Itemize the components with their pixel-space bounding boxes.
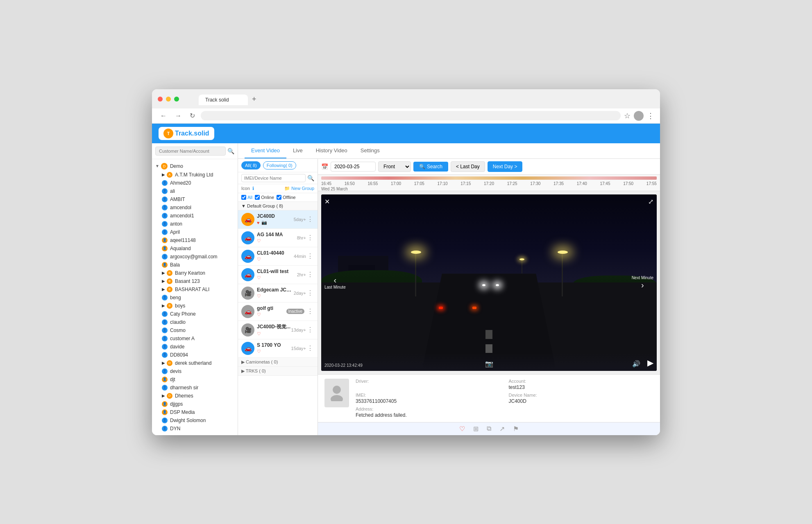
tab-live[interactable]: Live bbox=[286, 143, 309, 158]
sidebar-item-ahmed20[interactable]: 👤 Ahmed20 bbox=[152, 179, 238, 187]
sidebar-item-derek[interactable]: ▶ D derek sutherland bbox=[152, 359, 238, 367]
sidebar-item-anton[interactable]: 👤 anton bbox=[152, 220, 238, 228]
sidebar-item-dwight[interactable]: 👤 Dwight Solomon bbox=[152, 416, 238, 425]
sidebar-item-aqualand[interactable]: 👤 Aqualand bbox=[152, 244, 238, 253]
sidebar-item-dsp[interactable]: 👤 DSP Media bbox=[152, 408, 238, 416]
sidebar-item-cosmo[interactable]: 👤 Cosmo bbox=[152, 326, 238, 334]
sidebar-item-basant[interactable]: ▶ B Basant 123 bbox=[152, 277, 238, 285]
list-item[interactable]: 🎥 Edgecam JC100 ♡ 2day+ ⋮ bbox=[238, 284, 318, 303]
customer-search-button[interactable]: 🔍 bbox=[227, 148, 234, 154]
sidebar-item-djt[interactable]: 👤 djt bbox=[152, 375, 238, 384]
list-item[interactable]: 🚗 CL01-40440 ♡ 44min ⋮ bbox=[238, 247, 318, 266]
sidebar-item-bala[interactable]: 👤 Bala bbox=[152, 261, 238, 269]
sidebar-item-atm[interactable]: ▶ A A.T.M Truking Ltd bbox=[152, 171, 238, 179]
sidebar-item-aqeel[interactable]: 👤 aqeel11148 bbox=[152, 236, 238, 244]
tab-history-video[interactable]: History Video bbox=[309, 143, 354, 158]
sidebar-item-ali[interactable]: 👤 ali bbox=[152, 187, 238, 195]
forward-button[interactable]: → bbox=[172, 111, 184, 120]
user-avatar[interactable] bbox=[634, 111, 644, 121]
more-button[interactable]: ⋮ bbox=[306, 234, 314, 242]
favorite-icon[interactable]: ♡ bbox=[459, 425, 465, 433]
new-group-button[interactable]: 📁 New Group bbox=[284, 186, 314, 191]
more-button[interactable]: ⋮ bbox=[306, 289, 314, 297]
device-search-button[interactable]: 🔍 bbox=[307, 175, 314, 181]
sidebar-item-dyn[interactable]: 👤 DYN bbox=[152, 425, 238, 433]
sidebar-item-barry[interactable]: ▶ B Barry Kearton bbox=[152, 269, 238, 277]
sidebar-item-basharat[interactable]: ▶ B BASHARAT ALI bbox=[152, 285, 238, 294]
tree-group-header-demo[interactable]: ▼ D Demo bbox=[152, 162, 238, 171]
device-group-trks[interactable]: ▶ TRKS ( 0) bbox=[238, 367, 318, 376]
list-item[interactable]: 🚗 golf gti ♡ Inactive ⋮ bbox=[238, 303, 318, 321]
online-checkbox[interactable] bbox=[255, 195, 260, 200]
sidebar-item-amcendol[interactable]: 👤 amcendol bbox=[152, 203, 238, 212]
more-button[interactable]: ⋮ bbox=[306, 326, 314, 334]
sidebar-item-boys[interactable]: ▶ B boys bbox=[152, 302, 238, 310]
sidebar-item-customer-a[interactable]: 👤 customer A bbox=[152, 334, 238, 343]
sidebar-item-amcendol1[interactable]: 👤 amcendol1 bbox=[152, 212, 238, 220]
sidebar-item-davide[interactable]: 👤 davide bbox=[152, 343, 238, 351]
more-button[interactable]: ⋮ bbox=[306, 252, 314, 260]
more-button[interactable]: ⋮ bbox=[306, 215, 314, 223]
new-tab-button[interactable]: + bbox=[249, 93, 260, 105]
last-day-button[interactable]: < Last Day bbox=[451, 161, 485, 172]
sidebar-item-caty[interactable]: 👤 Caty Phone bbox=[152, 310, 238, 318]
all-checkbox[interactable] bbox=[241, 195, 246, 200]
next-day-button[interactable]: Next Day > bbox=[488, 161, 523, 172]
sidebar-item-dharmesh[interactable]: 👤 dharmesh sir bbox=[152, 384, 238, 392]
more-button[interactable]: ⋮ bbox=[306, 344, 314, 352]
all-checkbox-label[interactable]: All bbox=[241, 195, 252, 200]
copy-icon[interactable]: ⧉ bbox=[487, 425, 491, 433]
sidebar-item-argox[interactable]: 👤 argoxcoy@gmail.com bbox=[152, 253, 238, 261]
list-item[interactable]: 🚗 CL01-will test ♡ 2hr+ ⋮ bbox=[238, 266, 318, 284]
flag-icon[interactable]: ⚑ bbox=[513, 425, 519, 433]
menu-button[interactable]: ⋮ bbox=[647, 111, 654, 120]
list-item[interactable]: 🚗 S 1700 YO ♡ 15day+ ⋮ bbox=[238, 339, 318, 358]
sidebar-item-dd8094[interactable]: 👤 DD8094 bbox=[152, 351, 238, 359]
sidebar-item-claudio[interactable]: 👤 claudio bbox=[152, 318, 238, 326]
online-checkbox-label[interactable]: Online bbox=[255, 195, 274, 200]
browser-tab[interactable]: Track solid bbox=[199, 95, 248, 105]
back-button[interactable]: ← bbox=[158, 111, 169, 120]
sidebar-item-ambit[interactable]: 👤 AMBIT bbox=[152, 195, 238, 203]
filter-following-button[interactable]: Following( 0) bbox=[263, 161, 296, 169]
prev-minute-button[interactable]: ‹ Last Minute bbox=[324, 276, 346, 290]
icon-info[interactable]: ℹ bbox=[252, 186, 254, 191]
offline-checkbox-label[interactable]: Offline bbox=[277, 195, 296, 200]
volume-button[interactable]: 🔊 bbox=[632, 360, 640, 368]
video-screenshot-icon[interactable]: 📷 bbox=[485, 360, 493, 368]
list-item[interactable]: 🚗 JC400D ♥ 📷 5day+ ⋮ bbox=[238, 210, 318, 229]
customer-search-input[interactable] bbox=[155, 147, 226, 156]
star-button[interactable]: ☆ bbox=[624, 111, 631, 120]
filter-all-button[interactable]: All( 8) bbox=[241, 161, 261, 169]
sidebar-item-devis[interactable]: 👤 devis bbox=[152, 367, 238, 375]
search-button[interactable]: 🔍 Search bbox=[413, 162, 448, 172]
share-icon[interactable]: ↗ bbox=[499, 425, 505, 433]
sidebar-item-april[interactable]: 👤 April bbox=[152, 228, 238, 236]
expand-button[interactable]: ⤢ bbox=[648, 198, 653, 206]
list-item[interactable]: 🚗 AG 144 MA ♡ 8hr+ ⋮ bbox=[238, 229, 318, 247]
sidebar-item-djjgps[interactable]: 👤 djjgps bbox=[152, 400, 238, 408]
date-input[interactable] bbox=[331, 162, 376, 172]
address-input[interactable] bbox=[201, 111, 621, 120]
more-button[interactable]: ⋮ bbox=[306, 271, 314, 278]
sidebar-item-dhemes[interactable]: ▶ D Dhemes bbox=[152, 392, 238, 400]
minimize-traffic-light[interactable] bbox=[166, 97, 171, 102]
close-button[interactable]: ✕ bbox=[324, 198, 330, 206]
more-button[interactable]: ⋮ bbox=[306, 307, 314, 315]
next-minute-button[interactable]: Next Minute › bbox=[632, 276, 653, 290]
play-button[interactable]: ▶ bbox=[647, 358, 653, 368]
grid-icon[interactable]: ⊞ bbox=[473, 425, 479, 433]
list-item[interactable]: 🎥 JC400D-视觉... ♡ 13day+ ⋮ bbox=[238, 321, 318, 339]
device-group-header-default[interactable]: ▼ Default Group ( 8) bbox=[238, 202, 318, 210]
maximize-traffic-light[interactable] bbox=[174, 97, 179, 102]
tab-event-video[interactable]: Event Video bbox=[245, 143, 286, 158]
timeline-scroll[interactable]: 16:45 16:50 16:55 17:00 17:05 17:10 17:1… bbox=[318, 175, 660, 191]
device-group-camionetas[interactable]: ▶ Camionetas ( 0) bbox=[238, 358, 318, 367]
refresh-button[interactable]: ↻ bbox=[187, 111, 197, 120]
tab-settings[interactable]: Settings bbox=[354, 143, 386, 158]
offline-checkbox[interactable] bbox=[277, 195, 281, 200]
camera-select[interactable]: Front bbox=[378, 161, 411, 172]
sidebar-item-beng[interactable]: 👤 beng bbox=[152, 294, 238, 302]
device-search-input[interactable] bbox=[241, 174, 306, 182]
close-traffic-light[interactable] bbox=[158, 97, 163, 102]
